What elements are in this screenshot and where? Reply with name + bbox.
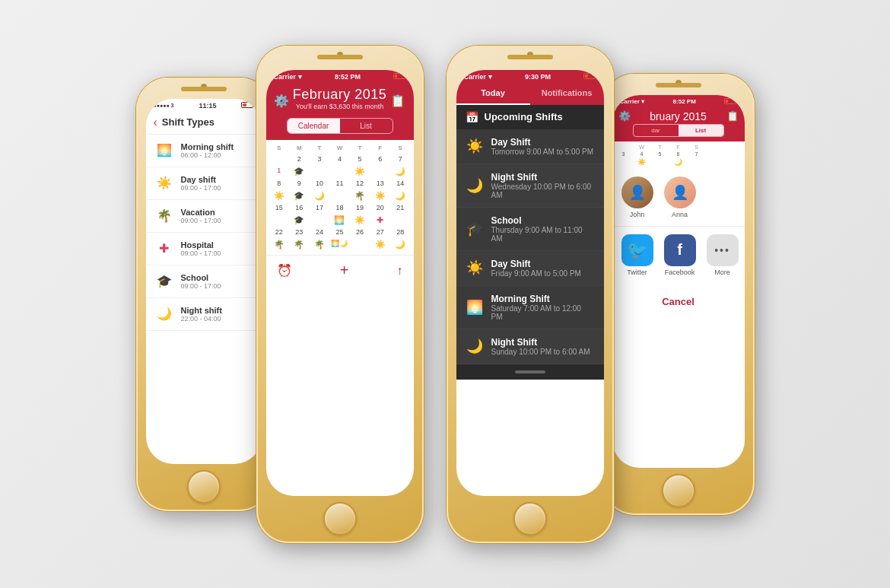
notifications-tab[interactable]: Notifications	[530, 82, 604, 105]
shift-item-hospital[interactable]: ✚ Hospital 09:00 - 17:00	[146, 233, 262, 265]
cal-day-8[interactable]: 8	[269, 179, 290, 189]
facebook-button[interactable]: f	[664, 234, 696, 266]
share-icon-p4[interactable]: 📋	[726, 110, 739, 122]
upcoming-shift-day-shift-1[interactable]: ☀️ Day Shift Tomorrow 9:00 AM to 5:00 PM	[456, 129, 604, 164]
day-shift-1-time: Tomorrow 9:00 AM to 5:00 PM	[491, 148, 594, 156]
cal-icon-row-2: ☀️ 🎓 🌙 🌴 ☀️ 🌙	[269, 190, 411, 202]
more-button[interactable]: •••	[707, 234, 739, 266]
cal-day-4[interactable]: 4	[329, 154, 350, 164]
phone2-screen: Carrier ▾ 8:52 PM ⚙️ February 2015 You'l…	[266, 70, 414, 496]
list-tab-p2[interactable]: List	[340, 119, 393, 133]
hospital-icon: ✚	[154, 238, 175, 259]
day-shift-2-info: Day Shift Friday 9:00 AM to 5:00 PM	[491, 259, 581, 278]
share-more[interactable]: ••• More	[707, 234, 739, 276]
school-upcoming-info: School Thursday 9:00 AM to 11:00 AM	[491, 215, 595, 243]
home-button-p2[interactable]	[323, 502, 357, 536]
speaker-bar-p2	[317, 55, 363, 59]
cal-day-13[interactable]: 13	[370, 179, 390, 189]
share-twitter[interactable]: 🐦 Twitter	[621, 234, 653, 276]
cal-day-10[interactable]: 10	[310, 179, 330, 189]
shift-item-night[interactable]: 🌙 Night shift 22:00 - 04:00	[146, 298, 262, 331]
morning-upcoming-icon: 🌅	[466, 299, 484, 316]
back-button-p1[interactable]: ‹	[154, 116, 157, 129]
home-button-p1[interactable]	[187, 470, 221, 504]
shift-item-vacation[interactable]: 🌴 Vacation 09:00 - 17:00	[146, 200, 262, 233]
battery-p3	[583, 73, 596, 81]
p4-icon-row-1: ☀️ 🌙	[615, 158, 742, 166]
night-shift-info: Night shift 22:00 - 04:00	[181, 306, 222, 323]
upcoming-shift-school[interactable]: 🎓 School Thursday 9:00 AM to 11:00 AM	[456, 208, 604, 251]
vacation-icon: 🌴	[154, 205, 175, 227]
anna-face: 👤	[664, 176, 696, 208]
anna-name: Anna	[664, 211, 696, 218]
p1-title: Shift Types	[162, 116, 215, 128]
avatar-anna[interactable]: 👤 Anna	[664, 176, 696, 218]
calendar-tab[interactable]: Calendar	[288, 119, 340, 133]
cal-day-9[interactable]: 9	[289, 179, 310, 189]
home-button-p4[interactable]	[662, 474, 695, 507]
cal-day-12[interactable]: 12	[350, 179, 370, 189]
today-tab[interactable]: Today	[456, 82, 530, 105]
day-shift-2-name: Day Shift	[491, 259, 581, 269]
day-shift-1-info: Day Shift Tomorrow 9:00 AM to 5:00 PM	[491, 137, 594, 156]
morning-upcoming-info: Morning Shift Saturday 7:00 AM to 12:00 …	[491, 294, 595, 321]
share-avatars: 👤 John 👤 Anna	[612, 169, 745, 226]
upcoming-shift-morning[interactable]: 🌅 Morning Shift Saturday 7:00 AM to 12:0…	[456, 286, 604, 329]
settings-icon-p4[interactable]: ⚙️	[618, 110, 631, 122]
anna-avatar-img: 👤	[664, 176, 696, 208]
cal-day-empty[interactable]	[269, 154, 290, 164]
upcoming-header: 📅 Upcoming Shifts	[456, 105, 604, 129]
cal-icon-row-3: 🎓 🌅 ☀️ ✚	[269, 215, 411, 226]
share-icon-p2[interactable]: 📋	[390, 94, 405, 108]
signal-p1: ●●●●● 3	[154, 103, 174, 108]
twitter-button[interactable]: 🐦	[621, 234, 653, 266]
cal-day-6[interactable]: 6	[370, 154, 390, 164]
carrier-p4: Carrier ▾	[620, 98, 644, 105]
school-name: School	[181, 273, 221, 282]
speaker-bar	[181, 87, 227, 91]
share-options-row: 🐦 Twitter f Facebook ••• More	[612, 226, 745, 284]
cancel-button-p4[interactable]: Cancel	[620, 296, 737, 307]
cal-icon-row-4: 🌴 🌴 🌴 🌅🌙 ☀️ 🌙	[269, 239, 411, 250]
upcoming-shift-night-1[interactable]: 🌙 Night Shift Wednesday 10:00 PM to 6:00…	[456, 164, 604, 208]
p4-list-tab[interactable]: List	[679, 125, 723, 136]
time-p1: 11:15	[199, 102, 216, 110]
shift-item-morning[interactable]: 🌅 Morning shift 06:00 - 12:00	[146, 135, 262, 167]
shift-item-day[interactable]: ☀️ Day shift 09:00 - 17:00	[146, 167, 262, 200]
p2-header-controls: ⚙️ February 2015 You'll earn $3,630 this…	[274, 87, 406, 115]
shift-item-school[interactable]: 🎓 School 09:00 - 17:00	[146, 265, 262, 298]
clock-icon[interactable]: ⏰	[277, 263, 292, 278]
cal-day-11[interactable]: 11	[329, 179, 350, 189]
settings-icon-p2[interactable]: ⚙️	[274, 94, 289, 108]
twitter-label: Twitter	[621, 269, 653, 276]
carrier-p2: Carrier ▾	[274, 73, 302, 81]
avatar-john[interactable]: 👤 John	[621, 176, 653, 218]
home-button-p3[interactable]	[513, 502, 547, 536]
cal-week-4: 22 23 24 25 26 27 28	[269, 227, 411, 237]
calendar-list-toggle[interactable]: Calendar List	[287, 118, 393, 134]
cal-week-2: 8 9 10 11 12 13 14	[269, 179, 411, 189]
upcoming-shift-night-2[interactable]: 🌙 Night Shift Sunday 10:00 PM to 6:00 AM	[456, 329, 604, 364]
p2-header: ⚙️ February 2015 You'll earn $3,630 this…	[266, 82, 414, 140]
home-indicator	[515, 370, 545, 373]
vacation-info: Vacation 09:00 - 17:00	[181, 208, 221, 224]
john-avatar-img: 👤	[621, 176, 653, 208]
cal-day-2[interactable]: 2	[289, 154, 310, 164]
share-facebook[interactable]: f Facebook	[664, 234, 696, 276]
upcoming-title: Upcoming Shifts	[485, 111, 563, 122]
add-shift-button[interactable]: +	[340, 262, 349, 279]
time-p4: 8:52 PM	[673, 98, 696, 105]
battery-icon-p1	[241, 102, 253, 108]
earn-label: You'll earn $3,630 this month	[293, 103, 387, 110]
share-button-p2[interactable]: ↑	[397, 264, 403, 278]
cal-week-1: 2 3 4 5 6 7	[269, 154, 411, 164]
cal-day-7[interactable]: 7	[390, 154, 411, 164]
p4-cal-tab[interactable]: dar	[634, 125, 679, 136]
p4-calendar-list-toggle[interactable]: dar List	[633, 124, 724, 137]
cal-day-5[interactable]: 5	[350, 154, 370, 164]
cal-day-3[interactable]: 3	[310, 154, 330, 164]
cal-day-14[interactable]: 14	[390, 179, 411, 189]
school-time: 09:00 - 17:00	[181, 282, 221, 290]
upcoming-shift-day-2[interactable]: ☀️ Day Shift Friday 9:00 AM to 5:00 PM	[456, 251, 604, 286]
battery-icon-p2	[393, 73, 405, 79]
